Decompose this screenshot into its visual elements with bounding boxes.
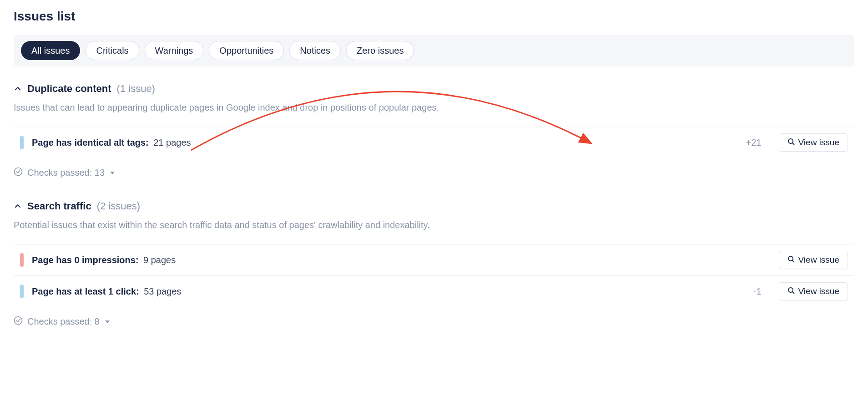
filter-opportunities[interactable]: Opportunities [209,41,284,60]
svg-line-6 [792,292,794,294]
svg-point-2 [15,168,22,176]
filter-notices[interactable]: Notices [289,41,341,60]
filter-warnings[interactable]: Warnings [145,41,204,60]
issue-title: Page has 0 impressions: [32,255,139,265]
issue-pages-count: 21 pages [153,137,191,148]
section-search-traffic: Search traffic (2 issues) Potential issu… [14,200,854,327]
section-description: Issues that can lead to appearing duplic… [14,101,854,114]
issue-pages-count: 53 pages [144,286,181,296]
section-count: (1 issue) [117,83,155,95]
filter-all-issues[interactable]: All issues [21,41,80,60]
view-issue-button[interactable]: View issue [779,133,848,152]
svg-point-7 [15,317,22,325]
filter-bar: All issues Criticals Warnings Opportunit… [14,35,854,66]
view-issue-label: View issue [798,286,839,296]
view-issue-label: View issue [798,255,839,265]
search-icon [787,286,795,296]
issue-title: Page has identical alt tags: [32,137,149,148]
view-issue-button[interactable]: View issue [779,251,848,269]
section-header-duplicate[interactable]: Duplicate content (1 issue) [14,83,854,95]
chevron-up-icon [14,202,22,210]
issue-row: Page has identical alt tags: 21 pages +2… [14,127,854,158]
check-circle-icon [14,167,23,178]
section-title: Search traffic [27,200,91,212]
check-circle-icon [14,316,23,327]
chevron-down-icon [105,321,110,323]
search-icon [787,255,795,265]
checks-passed-label: Checks passed: 8 [27,316,100,327]
filter-zero-issues[interactable]: Zero issues [346,41,414,60]
svg-line-4 [792,260,794,262]
section-title: Duplicate content [27,83,111,95]
checks-passed-search-traffic[interactable]: Checks passed: 8 [14,316,854,327]
section-count: (2 issues) [97,200,140,212]
svg-line-1 [792,143,794,145]
issue-text: Page has identical alt tags: 21 pages [32,137,191,148]
issue-row: Page has 0 impressions: 9 pages View iss… [14,244,854,275]
issue-row: Page has at least 1 click: 53 pages -1 V… [14,275,854,307]
section-duplicate-content: Duplicate content (1 issue) Issues that … [14,83,854,178]
issue-text: Page has at least 1 click: 53 pages [32,286,181,297]
section-header-search-traffic[interactable]: Search traffic (2 issues) [14,200,854,212]
issue-delta: -1 [753,286,762,297]
severity-indicator [20,253,24,267]
filter-criticals[interactable]: Criticals [86,41,139,60]
issue-text: Page has 0 impressions: 9 pages [32,255,176,265]
page-title: Issues list [14,9,854,24]
issue-pages-count: 9 pages [143,255,176,265]
section-description: Potential issues that exist within the s… [14,219,854,231]
severity-indicator [20,136,24,149]
chevron-down-icon [110,172,115,174]
view-issue-button[interactable]: View issue [779,282,848,300]
issues-list-container: Issues list All issues Criticals Warning… [14,9,854,327]
view-issue-label: View issue [798,137,839,148]
issue-delta: +21 [746,137,762,148]
checks-passed-label: Checks passed: 13 [27,168,105,178]
checks-passed-duplicate[interactable]: Checks passed: 13 [14,167,854,178]
issue-title: Page has at least 1 click: [32,286,139,296]
chevron-up-icon [14,85,22,93]
severity-indicator [20,285,24,298]
search-icon [787,137,795,148]
